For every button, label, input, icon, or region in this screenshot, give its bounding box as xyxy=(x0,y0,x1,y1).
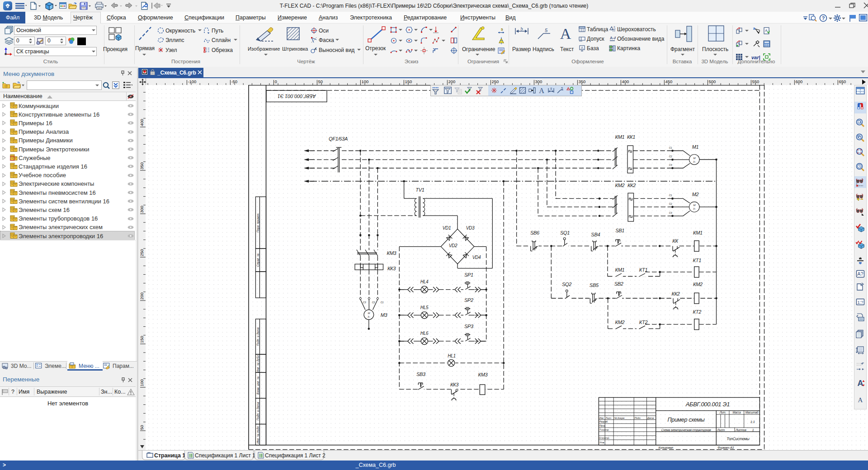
svg-text:Изм: Изм xyxy=(599,417,604,419)
svg-text:SB3: SB3 xyxy=(416,371,426,377)
svg-text:Пров.: Пров. xyxy=(599,424,605,427)
svg-text:ТопСистемы: ТопСистемы xyxy=(726,437,750,441)
svg-text:Схема электрическая структурна: Схема электрическая структурная xyxy=(661,428,711,432)
svg-text:КМ2: КМ2 xyxy=(693,282,703,287)
svg-text:М2: М2 xyxy=(692,192,699,197)
svg-text:Лит.: Лит. xyxy=(719,411,726,414)
svg-text:5: 5 xyxy=(550,87,552,91)
svg-text:А?: А? xyxy=(857,271,863,277)
svg-text:Разраб.: Разраб. xyxy=(599,420,608,423)
svg-text:КК: КК xyxy=(672,238,678,244)
svg-text:A: A xyxy=(858,379,863,388)
svg-text:?: ? xyxy=(822,15,825,21)
svg-text:Лист: Лист xyxy=(605,417,612,419)
svg-text:SP1: SP1 xyxy=(464,272,473,277)
svg-text:Взам. инв. №: Взам. инв. № xyxy=(256,376,259,395)
svg-text:SP3: SP3 xyxy=(464,324,474,329)
svg-text:SP2: SP2 xyxy=(464,297,473,303)
svg-text:№ докум.: № докум. xyxy=(614,417,625,419)
svg-text:Инв. № дубл.: Инв. № дубл. xyxy=(256,354,260,372)
svg-text:Т контр.: Т контр. xyxy=(599,428,609,431)
svg-text:SB2: SB2 xyxy=(614,281,623,287)
svg-text:2,5: 2,5 xyxy=(613,26,616,29)
svg-text:КК3: КК3 xyxy=(387,266,396,271)
svg-text:1:?: 1:? xyxy=(857,300,863,305)
svg-text:SB1: SB1 xyxy=(615,228,624,233)
svg-text:С1: С1 xyxy=(669,146,672,149)
svg-text:Подп. и дата: Подп. и дата xyxy=(256,402,259,420)
svg-text:1: 1 xyxy=(752,428,754,432)
svg-text:Дата: Дата xyxy=(647,417,655,419)
svg-text:QF1/63A: QF1/63A xyxy=(329,136,348,141)
svg-text:КМ1: КМ1 xyxy=(615,134,625,140)
svg-text:HL5: HL5 xyxy=(420,305,429,310)
svg-text:SQ1: SQ1 xyxy=(560,230,570,235)
svg-text:Масса: Масса xyxy=(733,411,741,414)
svg-text:5: 5 xyxy=(545,28,548,33)
svg-text:Инв. № подл.: Инв. № подл. xyxy=(256,425,259,444)
svg-text:КТ2: КТ2 xyxy=(639,320,648,325)
svg-text:A: A xyxy=(560,26,571,41)
svg-text:А: А xyxy=(315,47,317,51)
svg-text:-100: -100 xyxy=(188,79,196,84)
svg-text:КМ1: КМ1 xyxy=(693,230,703,235)
svg-text:КК1: КК1 xyxy=(627,134,635,140)
svg-text:Листов: Листов xyxy=(735,428,746,432)
svg-text:Пример схемы: Пример схемы xyxy=(668,417,705,423)
svg-text:А: А xyxy=(580,46,583,50)
svg-text:Масштаб: Масштаб xyxy=(745,411,759,414)
svg-text:КМ3: КМ3 xyxy=(387,250,397,256)
svg-text:С1: С1 xyxy=(669,194,672,197)
svg-text:HL6: HL6 xyxy=(420,331,429,336)
svg-text:50: 50 xyxy=(318,79,323,84)
svg-text:КТ1: КТ1 xyxy=(693,258,702,263)
svg-text:5: 5 xyxy=(561,87,563,90)
svg-text:КТ2: КТ2 xyxy=(693,309,702,315)
svg-text:М3: М3 xyxy=(381,312,388,318)
svg-text:С1: С1 xyxy=(381,301,384,304)
svg-text:A: A xyxy=(858,396,863,404)
svg-text:КТ1: КТ1 xyxy=(639,267,648,273)
svg-text:С2: С2 xyxy=(372,301,375,304)
svg-text:HL4: HL4 xyxy=(420,279,429,284)
svg-text:М: М xyxy=(693,204,695,207)
svg-text:АБВГ.000.001 Э1: АБВГ.000.001 Э1 xyxy=(278,94,316,99)
svg-text:1:1: 1:1 xyxy=(750,420,755,424)
svg-text:Лист: Лист xyxy=(717,428,725,432)
svg-text:A: A xyxy=(539,87,544,94)
svg-text:VD3: VD3 xyxy=(466,226,475,230)
svg-text:КМ2: КМ2 xyxy=(615,183,625,188)
svg-text:КМ3: КМ3 xyxy=(478,372,488,377)
svg-text:КМ2: КМ2 xyxy=(615,320,625,325)
svg-text:С2: С2 xyxy=(669,202,672,205)
svg-text:SB6: SB6 xyxy=(530,230,540,235)
svg-text:TV1: TV1 xyxy=(415,187,424,193)
svg-text:С2: С2 xyxy=(669,155,672,158)
svg-text:VD2: VD2 xyxy=(449,243,458,248)
svg-text:Копировал: Копировал xyxy=(659,446,673,450)
svg-text:Подп. и дата: Подп. и дата xyxy=(256,327,259,346)
svg-text:А-А: А-А xyxy=(610,36,616,40)
svg-text:М: М xyxy=(368,312,370,315)
svg-text:HL1: HL1 xyxy=(448,353,455,358)
svg-text:М: М xyxy=(693,157,695,160)
svg-text:Формат А3: Формат А3 xyxy=(717,446,734,450)
svg-text:Подп.: Подп. xyxy=(634,417,641,419)
svg-text:Справ. №: Справ. № xyxy=(256,254,260,267)
svg-text:SB4: SB4 xyxy=(591,232,600,237)
svg-text:КК2: КК2 xyxy=(627,183,636,188)
svg-text:КМ1: КМ1 xyxy=(615,267,625,273)
svg-text:SQ2: SQ2 xyxy=(562,282,571,287)
svg-text:-50: -50 xyxy=(231,79,237,84)
svg-text:Утв.: Утв. xyxy=(599,441,604,444)
svg-text:АБВГ.000.001 Э1: АБВГ.000.001 Э1 xyxy=(685,401,730,408)
svg-text:КК2: КК2 xyxy=(672,291,680,296)
svg-text:Перв. примен.: Перв. примен. xyxy=(256,213,260,232)
svg-text:0: 0 xyxy=(274,79,277,84)
svg-text:М1: М1 xyxy=(692,144,699,150)
svg-text:VD4: VD4 xyxy=(472,255,481,260)
svg-text:Н контр.: Н контр. xyxy=(599,437,609,439)
svg-text:5: 5 xyxy=(501,28,503,32)
svg-text:5: 5 xyxy=(520,27,523,31)
svg-text:SB5: SB5 xyxy=(590,282,599,288)
